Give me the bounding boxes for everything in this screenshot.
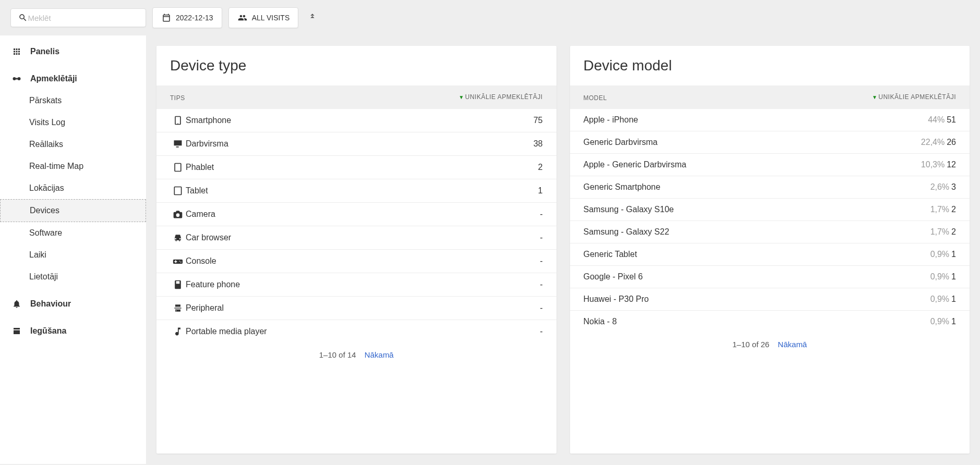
row-value: - [540,256,542,266]
peripheral-icon [170,303,186,313]
row-label: Camera [186,210,540,219]
sidebar-sub-visitslog[interactable]: Visits Log [0,112,146,133]
table-row[interactable]: Smartphone75 [156,109,556,132]
col-header-left[interactable]: TIPS [170,93,458,102]
segment-label: ALL VISITS [252,14,290,22]
tablet-icon [170,186,186,196]
row-label: Google - Pixel 6 [584,272,930,282]
search-icon [18,13,28,22]
date-picker-button[interactable]: 2022-12-13 [152,7,222,28]
pagination-next[interactable]: Nākamā [778,340,807,349]
row-value: 1 [951,317,956,326]
pagination-next[interactable]: Nākamā [365,350,394,359]
pagination-range: 1–10 of 26 [732,340,769,349]
table-row[interactable]: Samsung - Galaxy S221,7%2 [570,221,970,243]
table-row[interactable]: Google - Pixel 60,9%1 [570,265,970,288]
sidebar-item-acquisition[interactable]: Iegūšana [0,320,146,342]
feature-icon [170,279,186,290]
card-device-model: Device model MODEL ▼UNIKĀLIE APMEKLĒTĀJI… [570,46,970,454]
row-label: Apple - iPhone [584,115,928,125]
row-value: - [540,303,542,313]
row-percentage: 0,9% [930,272,949,282]
row-percentage: 0,9% [930,295,949,304]
sidebar-item-visitors[interactable]: Apmeklētāji [0,68,146,90]
sort-down-icon: ▼ [872,94,877,100]
sidebar-label: Apmeklētāji [30,74,77,83]
col-header-right[interactable]: ▼UNIKĀLIE APMEKLĒTĀJI [458,93,542,102]
row-percentage: 2,6% [930,182,949,192]
row-value: 1 [951,295,956,304]
row-value: 12 [947,160,956,169]
table-row[interactable]: Camera- [156,202,556,226]
search-input[interactable] [28,14,138,22]
row-label: Apple - Generic Darbvirsma [584,160,921,169]
row-percentage: 22,4% [921,138,945,147]
table-row[interactable]: Generic Smartphone2,6%3 [570,176,970,198]
sidebar-sub-label: Real-time Map [29,162,83,171]
binoculars-icon [11,74,22,83]
row-value: - [540,210,542,219]
collapse-toggle[interactable] [305,9,320,27]
package-icon [11,326,22,336]
table-header: MODEL ▼UNIKĀLIE APMEKLĒTĀJI [570,85,970,109]
sidebar-sub-software[interactable]: Software [0,222,146,244]
row-value: 1 [951,250,956,259]
table-header: TIPS ▼UNIKĀLIE APMEKLĒTĀJI [156,85,556,109]
sidebar-sub-realtimemap[interactable]: Real-time Map [0,155,146,177]
sidebar-item-panel[interactable]: Panelis [0,41,146,63]
row-value: 51 [947,115,956,125]
row-label: Feature phone [186,280,540,289]
row-label: Samsung - Galaxy S10e [584,205,930,214]
row-label: Darbvirsma [186,139,534,149]
sidebar-item-behaviour[interactable]: Behaviour [0,293,146,315]
phablet-icon [170,162,186,173]
apps-icon [11,47,22,56]
sidebar-sub-laiki[interactable]: Laiki [0,244,146,266]
sidebar-label: Iegūšana [30,326,66,336]
sidebar-sub-reallaiks[interactable]: Reāllaiks [0,133,146,155]
table-row[interactable]: Portable media player- [156,320,556,343]
table-row[interactable]: Apple - Generic Darbvirsma10,3%12 [570,153,970,176]
sidebar-sub-label: Laiki [29,250,46,260]
table-row[interactable]: Nokia - 80,9%1 [570,310,970,333]
sort-down-icon: ▼ [458,94,464,100]
sidebar-sub-lokacijas[interactable]: Lokācijas [0,177,146,199]
row-percentage: 44% [928,115,945,125]
content: Device type TIPS ▼UNIKĀLIE APMEKLĒTĀJI S… [146,35,980,464]
table-row[interactable]: Phablet2 [156,155,556,179]
table-row[interactable]: Darbvirsma38 [156,132,556,155]
card-title: Device model [570,46,970,85]
search-box[interactable] [10,8,146,27]
table-row[interactable]: Tablet1 [156,179,556,202]
row-percentage: 1,7% [930,227,949,237]
sidebar-sub-parskats[interactable]: Pārskats [0,90,146,112]
sidebar-sub-lietotaji[interactable]: Lietotāji [0,266,146,288]
table-row[interactable]: Console- [156,249,556,273]
sidebar-sub-devices[interactable]: Devices [0,199,146,222]
table-row[interactable]: Car browser- [156,226,556,249]
table-row[interactable]: Generic Tablet0,9%1 [570,243,970,265]
row-value: 38 [534,139,543,149]
row-value: - [540,233,542,242]
row-label: Huawei - P30 Pro [584,295,930,304]
row-label: Generic Darbvirsma [584,138,921,147]
table-row[interactable]: Generic Darbvirsma22,4%26 [570,131,970,153]
sidebar-sub-label: Visits Log [29,118,65,127]
segment-button[interactable]: ALL VISITS [228,7,299,28]
table-row[interactable]: Apple - iPhone44%51 [570,109,970,131]
row-label: Nokia - 8 [584,317,930,326]
sidebar-label: Panelis [30,47,59,56]
row-label: Generic Smartphone [584,182,930,192]
calendar-icon [161,13,172,22]
table-row[interactable]: Peripheral- [156,296,556,320]
row-value: 75 [534,116,543,125]
table-row[interactable]: Samsung - Galaxy S10e1,7%2 [570,198,970,221]
col-header-left[interactable]: MODEL [584,93,872,102]
table-row[interactable]: Huawei - P30 Pro0,9%1 [570,288,970,310]
row-label: Samsung - Galaxy S22 [584,227,930,237]
car-icon [170,232,186,243]
col-header-right[interactable]: ▼UNIKĀLIE APMEKLĒTĀJI [872,93,956,102]
sidebar-sub-label: Software [29,228,62,238]
table-row[interactable]: Feature phone- [156,273,556,296]
sidebar-sub-label: Reāllaiks [29,140,63,149]
